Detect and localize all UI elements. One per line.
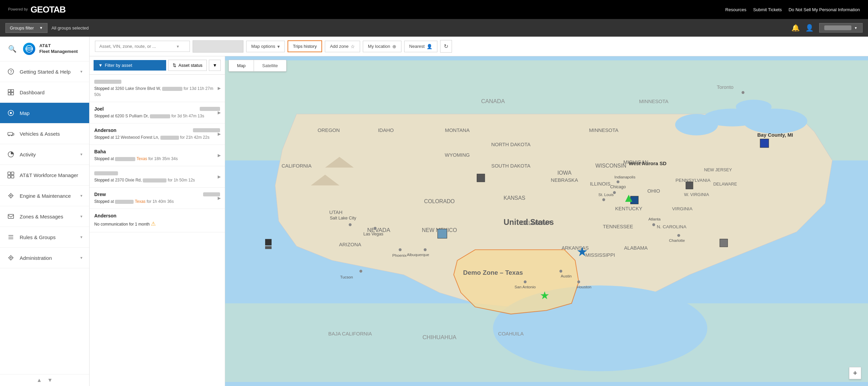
sidebar: 🔍 AT&T Fleet Management ? — [0, 37, 90, 386]
engine-icon — [7, 192, 15, 200]
asset-search-input[interactable] — [99, 44, 174, 49]
asset-item-chevron: ▶ — [218, 132, 221, 136]
logo-area: Powered by GEOTAB — [8, 4, 65, 15]
svg-text:Bay County, MI: Bay County, MI — [757, 132, 793, 138]
svg-text:OKLAHOMA: OKLAHOMA — [521, 220, 551, 226]
list-item[interactable]: Anderson No communication for 1 month ⚠ — [90, 209, 225, 232]
sidebar-item-label: Map — [20, 110, 29, 116]
geotab-logo: GEOTAB — [31, 4, 65, 15]
svg-text:KANSAS: KANSAS — [504, 195, 525, 201]
sidebar-item-zones[interactable]: Zones & Messages ▾ — [0, 206, 89, 227]
add-zone-button[interactable]: Add zone ☆ — [325, 41, 360, 52]
tab-satellite[interactable]: Satellite — [254, 60, 286, 71]
asset-item-chevron: ▶ — [218, 174, 221, 179]
svg-point-13 — [8, 135, 10, 136]
groups-filter-button[interactable]: Groups filter ▼ — [5, 23, 47, 33]
list-item[interactable]: Anderson Stopped at 12 Westwood Forest L… — [90, 123, 225, 145]
svg-text:Charlotte: Charlotte — [669, 238, 685, 243]
filter-by-asset-button[interactable]: ▼ Filter by asset — [94, 60, 166, 71]
svg-text:Austin: Austin — [561, 274, 572, 278]
svg-text:MONTANA: MONTANA — [445, 128, 470, 133]
svg-rect-6 — [11, 90, 14, 92]
svg-text:TENNESSEE: TENNESSEE — [603, 224, 633, 229]
tab-map[interactable]: Map — [229, 60, 254, 71]
svg-point-88 — [524, 281, 527, 283]
sidebar-item-label: Activity — [20, 152, 36, 157]
groups-filter-arrow: ▼ — [39, 26, 43, 30]
sidebar-item-label: Getting Started & Help — [20, 69, 71, 75]
sidebar-item-vehicles[interactable]: Vehicles & Assets — [0, 123, 89, 144]
svg-rect-11 — [8, 132, 13, 135]
nearest-button[interactable]: Nearest 👤 — [404, 41, 438, 52]
map-options-button[interactable]: Map options ▾ — [246, 41, 285, 52]
svg-point-14 — [11, 135, 13, 136]
asset-status-button[interactable]: ⇅ Asset status — [168, 60, 207, 71]
att-logo — [23, 43, 35, 55]
chevron-down-icon: ▾ — [80, 193, 82, 198]
map-area: United States NEVADA UTAH ARIZONA COLORA… — [225, 56, 868, 386]
sidebar-item-dashboard[interactable]: Dashboard — [0, 82, 89, 103]
chevron-down-icon: ▾ — [80, 69, 82, 74]
svg-point-92 — [577, 281, 580, 283]
svg-text:Phoenix: Phoenix — [392, 253, 407, 257]
svg-text:West Aurora SD: West Aurora SD — [629, 161, 667, 166]
sidebar-item-admin[interactable]: Administration ▾ — [0, 248, 89, 268]
panel-toolbar: ▼ Filter by asset ⇅ Asset status ▼ — [90, 56, 225, 75]
svg-text:Houston: Houston — [577, 285, 591, 289]
svg-point-31 — [10, 257, 12, 258]
do-not-sell-link[interactable]: Do Not Sell My Personal Information — [789, 7, 860, 12]
sidebar-item-rules[interactable]: Rules & Groups ▾ — [0, 227, 89, 248]
sort-icon: ⇅ — [173, 63, 176, 68]
map-tabs: Map Satellite — [229, 60, 287, 72]
user-name — [824, 25, 851, 30]
search-secondary-input[interactable] — [193, 40, 243, 53]
svg-rect-119 — [760, 139, 769, 148]
svg-rect-7 — [8, 93, 11, 95]
list-item[interactable]: Joel Stopped at 6200 S Pulliam Dr, for 3… — [90, 102, 225, 123]
chevron-down-icon: ▾ — [80, 235, 82, 239]
sidebar-item-att-workforce[interactable]: AT&T Workforce Manager — [0, 165, 89, 186]
svg-text:★: ★ — [540, 289, 550, 302]
svg-text:WYOMING: WYOMING — [445, 152, 470, 158]
sidebar-item-engine[interactable]: Engine & Maintenance ▾ — [0, 186, 89, 206]
svg-point-84 — [349, 223, 351, 226]
svg-text:SOUTH DAKOTA: SOUTH DAKOTA — [491, 163, 530, 169]
sidebar-search-icon[interactable]: 🔍 — [5, 42, 19, 56]
user-menu-button[interactable]: ▼ — [819, 23, 863, 33]
svg-point-102 — [602, 198, 605, 201]
svg-text:★: ★ — [576, 245, 588, 259]
search-dropdown-arrow: ▼ — [176, 44, 180, 49]
user-profile-icon[interactable]: 👤 — [805, 24, 814, 32]
svg-text:Demo Zone – Texas: Demo Zone – Texas — [463, 269, 523, 276]
sidebar-item-activity[interactable]: Activity ▾ — [0, 144, 89, 165]
asset-status-dropdown-button[interactable]: ▼ — [209, 60, 221, 71]
list-item[interactable]: Drew Stopped at Texas for 1h 40m 36s ▶ — [90, 188, 225, 209]
svg-point-42 — [736, 100, 771, 114]
list-item[interactable]: Stopped at 2370 Dixie Rd, for 1h 50m 12s… — [90, 166, 225, 188]
dashboard-icon — [7, 88, 15, 96]
submit-tickets-link[interactable]: Submit Tickets — [753, 7, 782, 12]
svg-point-96 — [677, 234, 680, 237]
trips-history-button[interactable]: Trips history — [288, 40, 322, 52]
refresh-button[interactable]: ↻ — [440, 40, 452, 53]
sidebar-header: 🔍 AT&T Fleet Management — [0, 37, 89, 61]
sidebar-scroll-indicator[interactable]: ▲ ▼ — [0, 374, 89, 386]
my-location-button[interactable]: My location ⊕ — [363, 41, 401, 52]
sidebar-item-getting-started[interactable]: ? Getting Started & Help ▾ — [0, 61, 89, 82]
asset-panel: ▼ Filter by asset ⇅ Asset status ▼ — [90, 56, 225, 386]
svg-text:BAJA CALIFORNIA: BAJA CALIFORNIA — [328, 331, 372, 336]
location-blurred — [115, 200, 134, 204]
rules-icon — [7, 233, 15, 241]
svg-rect-8 — [11, 93, 14, 95]
chevron-down-icon: ▾ — [80, 214, 82, 219]
zoom-plus-button[interactable]: + — [849, 367, 861, 379]
list-item[interactable]: Stopped at 3260 Lake Shore Blvd W, for 1… — [90, 75, 225, 102]
notification-bell-icon[interactable]: 🔔 — [791, 24, 800, 32]
resources-link[interactable]: Resources — [725, 7, 746, 12]
list-item[interactable]: Baha Stopped at Texas for 18h 35m 34s ▶ — [90, 145, 225, 166]
sidebar-item-map[interactable]: Map — [0, 103, 89, 123]
asset-search-container[interactable]: ▼ — [95, 41, 190, 52]
location-blurred — [143, 178, 166, 182]
asset-name-blurred — [94, 80, 121, 84]
svg-rect-17 — [11, 172, 14, 175]
